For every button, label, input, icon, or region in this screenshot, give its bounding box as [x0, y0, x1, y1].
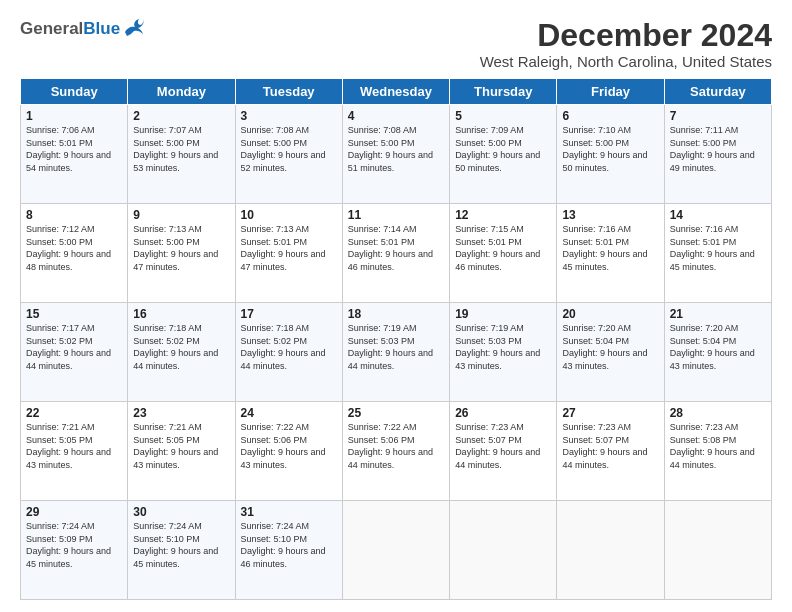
calendar-title: December 2024 — [480, 18, 772, 53]
table-row: 4Sunrise: 7:08 AMSunset: 5:00 PMDaylight… — [342, 105, 449, 204]
table-row: 9Sunrise: 7:13 AMSunset: 5:00 PMDaylight… — [128, 204, 235, 303]
calendar-subtitle: West Raleigh, North Carolina, United Sta… — [480, 53, 772, 70]
table-row: 12Sunrise: 7:15 AMSunset: 5:01 PMDayligh… — [450, 204, 557, 303]
day-info: Sunrise: 7:11 AMSunset: 5:00 PMDaylight:… — [670, 124, 766, 174]
header: GeneralBlue December 2024 West Raleigh, … — [20, 18, 772, 70]
day-number: 4 — [348, 109, 444, 123]
day-info: Sunrise: 7:17 AMSunset: 5:02 PMDaylight:… — [26, 322, 122, 372]
day-number: 12 — [455, 208, 551, 222]
logo-blue: Blue — [83, 19, 120, 38]
page: GeneralBlue December 2024 West Raleigh, … — [0, 0, 792, 612]
table-row: 5Sunrise: 7:09 AMSunset: 5:00 PMDaylight… — [450, 105, 557, 204]
table-row: 2Sunrise: 7:07 AMSunset: 5:00 PMDaylight… — [128, 105, 235, 204]
day-info: Sunrise: 7:10 AMSunset: 5:00 PMDaylight:… — [562, 124, 658, 174]
table-row: 29Sunrise: 7:24 AMSunset: 5:09 PMDayligh… — [21, 501, 128, 600]
day-info: Sunrise: 7:06 AMSunset: 5:01 PMDaylight:… — [26, 124, 122, 174]
day-info: Sunrise: 7:18 AMSunset: 5:02 PMDaylight:… — [133, 322, 229, 372]
day-info: Sunrise: 7:13 AMSunset: 5:00 PMDaylight:… — [133, 223, 229, 273]
days-header-row: Sunday Monday Tuesday Wednesday Thursday… — [21, 79, 772, 105]
day-info: Sunrise: 7:15 AMSunset: 5:01 PMDaylight:… — [455, 223, 551, 273]
calendar-table: Sunday Monday Tuesday Wednesday Thursday… — [20, 78, 772, 600]
table-row: 15Sunrise: 7:17 AMSunset: 5:02 PMDayligh… — [21, 303, 128, 402]
day-number: 16 — [133, 307, 229, 321]
calendar-week-row: 22Sunrise: 7:21 AMSunset: 5:05 PMDayligh… — [21, 402, 772, 501]
table-row: 26Sunrise: 7:23 AMSunset: 5:07 PMDayligh… — [450, 402, 557, 501]
header-wednesday: Wednesday — [342, 79, 449, 105]
day-number: 6 — [562, 109, 658, 123]
day-number: 18 — [348, 307, 444, 321]
table-row: 16Sunrise: 7:18 AMSunset: 5:02 PMDayligh… — [128, 303, 235, 402]
table-row: 1Sunrise: 7:06 AMSunset: 5:01 PMDaylight… — [21, 105, 128, 204]
table-row: 19Sunrise: 7:19 AMSunset: 5:03 PMDayligh… — [450, 303, 557, 402]
table-row: 21Sunrise: 7:20 AMSunset: 5:04 PMDayligh… — [664, 303, 771, 402]
day-number: 8 — [26, 208, 122, 222]
table-row — [342, 501, 449, 600]
table-row: 22Sunrise: 7:21 AMSunset: 5:05 PMDayligh… — [21, 402, 128, 501]
day-number: 10 — [241, 208, 337, 222]
day-number: 3 — [241, 109, 337, 123]
day-number: 17 — [241, 307, 337, 321]
day-number: 29 — [26, 505, 122, 519]
day-info: Sunrise: 7:12 AMSunset: 5:00 PMDaylight:… — [26, 223, 122, 273]
logo-text: GeneralBlue — [20, 20, 120, 37]
table-row — [557, 501, 664, 600]
day-info: Sunrise: 7:16 AMSunset: 5:01 PMDaylight:… — [562, 223, 658, 273]
table-row: 13Sunrise: 7:16 AMSunset: 5:01 PMDayligh… — [557, 204, 664, 303]
day-number: 24 — [241, 406, 337, 420]
calendar-week-row: 29Sunrise: 7:24 AMSunset: 5:09 PMDayligh… — [21, 501, 772, 600]
calendar-week-row: 1Sunrise: 7:06 AMSunset: 5:01 PMDaylight… — [21, 105, 772, 204]
day-info: Sunrise: 7:23 AMSunset: 5:07 PMDaylight:… — [455, 421, 551, 471]
day-number: 20 — [562, 307, 658, 321]
logo-general: General — [20, 19, 83, 38]
table-row: 6Sunrise: 7:10 AMSunset: 5:00 PMDaylight… — [557, 105, 664, 204]
table-row: 3Sunrise: 7:08 AMSunset: 5:00 PMDaylight… — [235, 105, 342, 204]
day-number: 15 — [26, 307, 122, 321]
day-info: Sunrise: 7:19 AMSunset: 5:03 PMDaylight:… — [348, 322, 444, 372]
table-row: 23Sunrise: 7:21 AMSunset: 5:05 PMDayligh… — [128, 402, 235, 501]
day-info: Sunrise: 7:23 AMSunset: 5:07 PMDaylight:… — [562, 421, 658, 471]
day-info: Sunrise: 7:16 AMSunset: 5:01 PMDaylight:… — [670, 223, 766, 273]
day-info: Sunrise: 7:08 AMSunset: 5:00 PMDaylight:… — [241, 124, 337, 174]
day-number: 27 — [562, 406, 658, 420]
day-number: 26 — [455, 406, 551, 420]
day-number: 31 — [241, 505, 337, 519]
day-number: 25 — [348, 406, 444, 420]
day-info: Sunrise: 7:21 AMSunset: 5:05 PMDaylight:… — [26, 421, 122, 471]
day-number: 19 — [455, 307, 551, 321]
table-row: 8Sunrise: 7:12 AMSunset: 5:00 PMDaylight… — [21, 204, 128, 303]
day-info: Sunrise: 7:24 AMSunset: 5:10 PMDaylight:… — [133, 520, 229, 570]
day-info: Sunrise: 7:20 AMSunset: 5:04 PMDaylight:… — [562, 322, 658, 372]
day-info: Sunrise: 7:22 AMSunset: 5:06 PMDaylight:… — [348, 421, 444, 471]
day-number: 22 — [26, 406, 122, 420]
day-info: Sunrise: 7:22 AMSunset: 5:06 PMDaylight:… — [241, 421, 337, 471]
day-info: Sunrise: 7:07 AMSunset: 5:00 PMDaylight:… — [133, 124, 229, 174]
table-row: 20Sunrise: 7:20 AMSunset: 5:04 PMDayligh… — [557, 303, 664, 402]
table-row: 10Sunrise: 7:13 AMSunset: 5:01 PMDayligh… — [235, 204, 342, 303]
day-number: 7 — [670, 109, 766, 123]
day-number: 9 — [133, 208, 229, 222]
table-row — [450, 501, 557, 600]
day-info: Sunrise: 7:14 AMSunset: 5:01 PMDaylight:… — [348, 223, 444, 273]
table-row: 7Sunrise: 7:11 AMSunset: 5:00 PMDaylight… — [664, 105, 771, 204]
table-row: 18Sunrise: 7:19 AMSunset: 5:03 PMDayligh… — [342, 303, 449, 402]
calendar-week-row: 15Sunrise: 7:17 AMSunset: 5:02 PMDayligh… — [21, 303, 772, 402]
day-number: 5 — [455, 109, 551, 123]
header-thursday: Thursday — [450, 79, 557, 105]
table-row: 24Sunrise: 7:22 AMSunset: 5:06 PMDayligh… — [235, 402, 342, 501]
day-number: 14 — [670, 208, 766, 222]
header-saturday: Saturday — [664, 79, 771, 105]
header-monday: Monday — [128, 79, 235, 105]
table-row: 25Sunrise: 7:22 AMSunset: 5:06 PMDayligh… — [342, 402, 449, 501]
logo: GeneralBlue — [20, 18, 145, 39]
day-info: Sunrise: 7:20 AMSunset: 5:04 PMDaylight:… — [670, 322, 766, 372]
table-row: 28Sunrise: 7:23 AMSunset: 5:08 PMDayligh… — [664, 402, 771, 501]
day-info: Sunrise: 7:24 AMSunset: 5:10 PMDaylight:… — [241, 520, 337, 570]
day-number: 13 — [562, 208, 658, 222]
table-row: 30Sunrise: 7:24 AMSunset: 5:10 PMDayligh… — [128, 501, 235, 600]
day-info: Sunrise: 7:13 AMSunset: 5:01 PMDaylight:… — [241, 223, 337, 273]
day-number: 30 — [133, 505, 229, 519]
day-info: Sunrise: 7:08 AMSunset: 5:00 PMDaylight:… — [348, 124, 444, 174]
table-row: 17Sunrise: 7:18 AMSunset: 5:02 PMDayligh… — [235, 303, 342, 402]
table-row: 11Sunrise: 7:14 AMSunset: 5:01 PMDayligh… — [342, 204, 449, 303]
day-number: 28 — [670, 406, 766, 420]
